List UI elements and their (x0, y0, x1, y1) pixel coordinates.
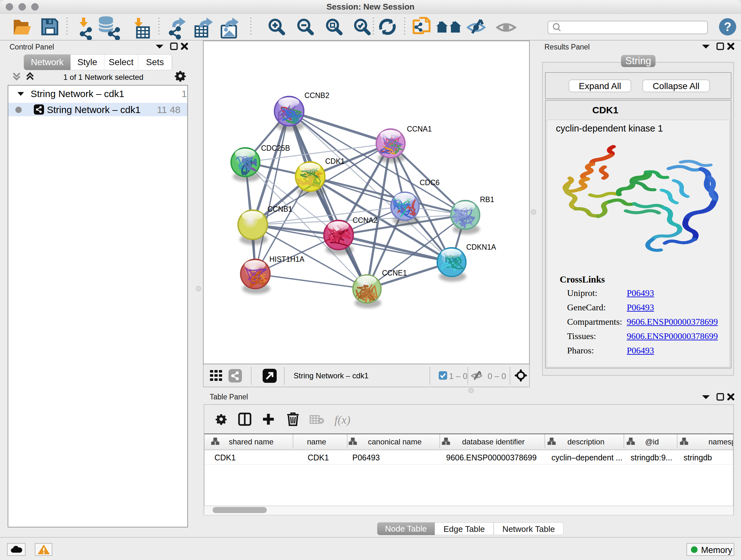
svg-text:stringdb: stringdb (684, 453, 712, 462)
svg-text:HIST1H1A: HIST1H1A (269, 255, 305, 263)
svg-text:P06493: P06493 (352, 453, 380, 462)
svg-text:CCNB2: CCNB2 (305, 91, 329, 100)
svg-text:?: ? (724, 20, 731, 34)
svg-text:9606.ENSP00000378699: 9606.ENSP00000378699 (446, 453, 537, 462)
svg-text:namespac: namespac (709, 437, 733, 446)
svg-text:CDK1: CDK1 (325, 157, 345, 165)
svg-text:CDC6: CDC6 (420, 179, 440, 187)
svg-text:CDC25B: CDC25B (261, 144, 290, 152)
svg-text:cyclin–dependent ...: cyclin–dependent ... (551, 453, 622, 462)
svg-text:CCNB1: CCNB1 (267, 205, 292, 213)
svg-text:CDK1: CDK1 (214, 453, 236, 462)
svg-text:description: description (567, 437, 604, 446)
svg-text:stringdb:9...: stringdb:9... (630, 453, 672, 462)
svg-text:RB1: RB1 (480, 195, 494, 204)
svg-text:@id: @id (645, 437, 659, 446)
svg-text:shared name: shared name (229, 437, 273, 446)
svg-text:CCNE1: CCNE1 (382, 269, 407, 277)
svg-text:CCNA2: CCNA2 (353, 216, 378, 225)
svg-text:canonical name: canonical name (368, 437, 421, 446)
svg-text:name: name (307, 437, 326, 446)
svg-text:database identifier: database identifier (462, 437, 525, 446)
svg-text:CCNA1: CCNA1 (407, 125, 432, 133)
svg-text:CDK1: CDK1 (308, 453, 329, 462)
svg-text:CDKN1A: CDKN1A (466, 243, 496, 251)
